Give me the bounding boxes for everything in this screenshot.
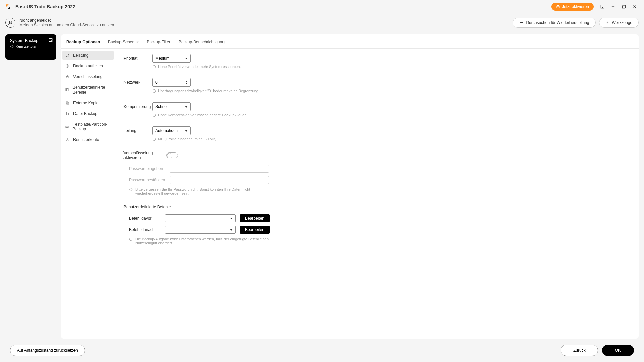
activate-label: Jetzt aktivieren: [562, 4, 589, 9]
cmd-before-select[interactable]: [165, 214, 236, 222]
split-field: Teilung Automatisch MB (Größe eingeben, …: [123, 126, 631, 141]
dropdown-icon[interactable]: [597, 1, 608, 12]
subnav-encryption[interactable]: Verschlüsselung: [61, 71, 115, 82]
subnav-external-copy[interactable]: Externe Kopie: [61, 98, 115, 108]
subnav-partition-backup[interactable]: Festplatte/Partition-Backup: [61, 119, 115, 134]
info-icon: [152, 137, 156, 141]
subnav-custom-cmd[interactable]: Benutzerdefinierte Befehle: [61, 82, 115, 98]
split-select[interactable]: Automatisch: [152, 126, 191, 135]
user-icon: [65, 137, 70, 142]
svg-rect-15: [66, 102, 68, 104]
compression-hint: Hohe Kompression verursacht längere Back…: [152, 113, 631, 117]
compression-select[interactable]: Schnell: [152, 102, 191, 111]
maximize-icon[interactable]: [618, 1, 629, 12]
cmd-after-edit-button[interactable]: Bearbeiten: [240, 226, 270, 234]
split-label: Teilung: [123, 128, 150, 133]
browse-recovery-button[interactable]: Durchsuchen für Wiederherstellung: [513, 18, 595, 28]
cmd-hint: Die Backup-Aufgabe kann unterbrochen wer…: [129, 237, 270, 245]
options-panel: Backup-Optionen Backup-Schema: Backup-Fi…: [61, 34, 639, 339]
reset-button[interactable]: Auf Anfangszustand zurücksetzen: [10, 345, 85, 356]
subnav-split[interactable]: Backup aufteilen: [61, 61, 115, 71]
custom-cmd-title: Benutzerdefinierte Befehle: [123, 205, 631, 209]
activate-button[interactable]: Jetzt aktivieren: [551, 3, 594, 11]
minimize-icon[interactable]: [608, 1, 618, 12]
tools-button[interactable]: Werkzeuge: [599, 18, 639, 28]
encryption-toggle[interactable]: [166, 152, 178, 158]
svg-rect-0: [557, 6, 559, 8]
network-input[interactable]: 0: [152, 78, 191, 87]
header: Nicht angemeldet Melden Sie sich an, um …: [0, 13, 644, 32]
cmd-after-select[interactable]: [165, 226, 236, 234]
task-title: System-Backup: [10, 38, 52, 43]
priority-select[interactable]: Medium: [152, 54, 191, 63]
tab-schema[interactable]: Backup-Schema:: [108, 38, 139, 48]
chevron-down-icon: [185, 106, 188, 108]
svg-rect-4: [622, 6, 625, 8]
chevron-down-icon: [185, 130, 188, 132]
svg-point-18: [67, 138, 68, 140]
back-button[interactable]: Zurück: [561, 345, 598, 356]
options-content: Priorität Medium Hohe Priorität verwende…: [115, 49, 639, 339]
copy-icon: [65, 101, 70, 105]
info-icon: [152, 65, 156, 69]
ok-button[interactable]: OK: [602, 345, 634, 356]
titlebar: EaseUS Todo Backup 2022 Jetzt aktivieren: [0, 0, 644, 13]
user-status: Nicht angemeldet: [19, 18, 509, 23]
priority-hint: Hohe Priorität verwendet mehr Systemress…: [152, 65, 631, 69]
user-hint: Melden Sie sich an, um den Cloud-Service…: [19, 23, 509, 27]
spinner-icon[interactable]: [185, 81, 188, 84]
encryption-section: Verschlüsselung aktivieren Passwort eing…: [123, 150, 631, 195]
user-avatar-icon[interactable]: [5, 18, 15, 28]
network-field: Netzwerk 0 Übertragungsgeschwindigkeit "…: [123, 78, 631, 93]
info-icon: [129, 237, 133, 241]
info-icon: [129, 188, 133, 191]
svg-point-7: [9, 21, 11, 23]
info-icon: [152, 113, 156, 117]
svg-rect-12: [66, 77, 68, 78]
priority-label: Priorität: [123, 56, 150, 61]
chevron-down-icon: [230, 229, 233, 231]
svg-rect-14: [67, 102, 69, 104]
footer: Auf Anfangszustand zurücksetzen Zurück O…: [0, 339, 644, 362]
user-info: Nicht angemeldet Melden Sie sich an, um …: [19, 18, 509, 27]
tab-options[interactable]: Backup-Optionen: [66, 38, 100, 48]
tab-bar: Backup-Optionen Backup-Schema: Backup-Fi…: [61, 34, 639, 49]
edit-task-icon[interactable]: [48, 38, 53, 44]
file-icon: [65, 111, 70, 116]
svg-rect-16: [66, 126, 68, 128]
svg-rect-13: [66, 89, 68, 91]
tab-notification[interactable]: Backup-Benachrichtigung: [179, 38, 225, 48]
app-title: EaseUS Todo Backup 2022: [15, 4, 551, 9]
chevron-down-icon: [230, 218, 233, 219]
split-hint: MB (Größe eingeben, mind. 50 MB): [152, 137, 631, 141]
cmd-before-edit-button[interactable]: Bearbeiten: [240, 214, 270, 222]
gauge-icon: [65, 53, 70, 58]
info-icon: [152, 89, 156, 93]
terminal-icon: [65, 87, 69, 92]
tab-filter[interactable]: Backup-Filter: [147, 38, 170, 48]
subnav-performance[interactable]: Leistung: [62, 51, 114, 60]
task-schedule: Kein Zeitplan: [10, 44, 52, 48]
priority-field: Priorität Medium Hohe Priorität verwende…: [123, 54, 631, 69]
app-logo-icon: [4, 3, 12, 11]
password-hint: Bitte vergessen Sie Ihr Passwort nicht. …: [129, 187, 270, 195]
cmd-after-label: Befehl danach: [129, 227, 161, 232]
compression-label: Komprimierung: [123, 104, 150, 109]
compression-field: Komprimierung Schnell Hohe Kompression v…: [123, 102, 631, 117]
password-label: Passwort eingeben: [129, 166, 166, 171]
password-input[interactable]: [170, 165, 269, 173]
close-icon[interactable]: [629, 1, 640, 12]
password-confirm-input[interactable]: [170, 176, 269, 184]
backup-task-card[interactable]: System-Backup Kein Zeitplan: [5, 34, 56, 60]
chevron-down-icon: [185, 58, 188, 59]
svg-point-17: [67, 126, 67, 127]
network-label: Netzwerk: [123, 80, 150, 85]
options-subnav: Leistung Backup aufteilen Verschlüsselun…: [61, 49, 115, 339]
subnav-file-backup[interactable]: Datei-Backup: [61, 108, 115, 119]
cmd-before-label: Befehl davor: [129, 216, 161, 221]
password-confirm-label: Passwort bestätigen: [129, 178, 166, 182]
subnav-user-account[interactable]: Benutzerkonto: [61, 134, 115, 145]
custom-cmd-section: Benutzerdefinierte Befehle Befehl davor …: [123, 205, 631, 245]
lock-icon: [65, 74, 70, 79]
encryption-label: Verschlüsselung aktivieren: [123, 150, 164, 160]
